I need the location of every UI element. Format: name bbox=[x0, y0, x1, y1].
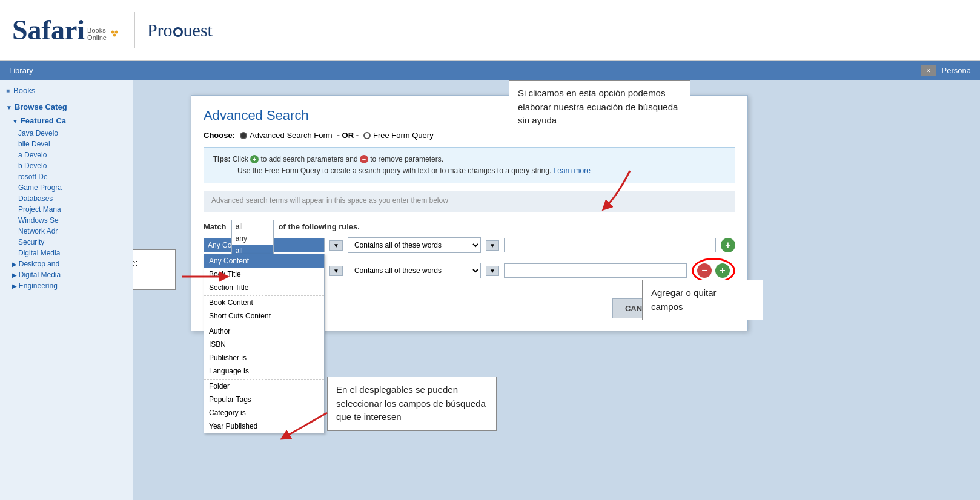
match-suffix: of the following rules. bbox=[279, 220, 360, 231]
main-layout: Books Browse Categ Featured Ca Java Deve… bbox=[0, 80, 980, 500]
header: Safari Books Online Prouest bbox=[0, 0, 980, 61]
tips-minus-icon: − bbox=[360, 155, 368, 163]
nav-library[interactable]: Library bbox=[9, 66, 33, 75]
sidebar-item-java[interactable]: Java Develo bbox=[18, 129, 127, 137]
content-area: Advanced Search Choose: Advanced Search … bbox=[133, 80, 980, 500]
add-row-button[interactable]: + bbox=[721, 238, 735, 252]
remove-row-button[interactable]: − bbox=[697, 263, 712, 278]
match-label: Match bbox=[204, 220, 227, 231]
annotation-arrow-top-right bbox=[594, 165, 642, 213]
sidebar-item-network[interactable]: Network Adr bbox=[18, 227, 127, 235]
annotation-bottom-left: En el desplegables se pueden seleccionar… bbox=[327, 377, 497, 431]
safari-dots-icon bbox=[110, 28, 122, 41]
field-arrow-btn-1[interactable]: ▼ bbox=[329, 240, 343, 251]
choose-label: Choose: bbox=[204, 131, 235, 140]
radio-unselected-icon bbox=[363, 132, 371, 139]
sidebar-item-digital2[interactable]: Digital Media bbox=[12, 271, 127, 279]
annotation-bottom-right: Agregar o quitar campos bbox=[642, 280, 763, 320]
annotation-arrow-top-left bbox=[176, 265, 236, 289]
condition-select-2[interactable]: Contains all of these words bbox=[348, 263, 481, 278]
personal-label: Persona bbox=[942, 66, 971, 75]
condition-select-1[interactable]: Contains all of these words bbox=[348, 237, 481, 253]
or-label: - OR - bbox=[337, 131, 359, 140]
svg-point-1 bbox=[114, 31, 118, 34]
sidebar-item-desktop[interactable]: Desktop and bbox=[12, 260, 127, 268]
condition-arrow-btn-2[interactable]: ▼ bbox=[486, 266, 499, 276]
search-terms-display: Advanced search terms will appear in thi… bbox=[204, 191, 735, 212]
sidebar-item-engineering[interactable]: Engineering bbox=[12, 281, 127, 290]
sidebar-item-game[interactable]: Game Progra bbox=[18, 183, 127, 192]
dropdown-item-folder[interactable]: Folder bbox=[204, 379, 324, 393]
sidebar-item-mobile[interactable]: bile Devel bbox=[18, 140, 127, 148]
dropdown-item-language[interactable]: Language Is bbox=[204, 364, 324, 378]
annotation-arrow-bottom-left bbox=[273, 407, 333, 443]
sidebar-featured-categories[interactable]: Featured Ca bbox=[12, 116, 127, 125]
proquest-logo: Prouest bbox=[147, 20, 213, 41]
dropdown-item-book-content[interactable]: Book Content bbox=[204, 295, 324, 309]
sidebar-item-project[interactable]: Project Mana bbox=[18, 205, 127, 214]
tips-label: Tips: bbox=[213, 155, 230, 163]
logo-divider bbox=[134, 12, 135, 48]
add-row-button-2[interactable]: + bbox=[715, 263, 730, 278]
dropdown-item-publisher[interactable]: Publisher is bbox=[204, 351, 324, 364]
svg-point-0 bbox=[111, 31, 114, 34]
tips-box: Tips: Click + to add search parameters a… bbox=[204, 147, 735, 183]
sidebar: Books Browse Categ Featured Ca Java Deve… bbox=[0, 80, 133, 500]
safari-logo: Safari Books Online bbox=[12, 14, 122, 46]
annotation-top-left: Equivalente: AND / OR bbox=[133, 249, 176, 290]
sidebar-item-b[interactable]: b Develo bbox=[18, 162, 127, 170]
dropdown-item-isbn[interactable]: ISBN bbox=[204, 338, 324, 351]
dropdown-item-author[interactable]: Author bbox=[204, 324, 324, 338]
sidebar-item-microsoft[interactable]: rosoft De bbox=[18, 173, 127, 181]
advanced-form-radio[interactable]: Advanced Search Form bbox=[240, 131, 333, 140]
field-arrow-btn-2[interactable]: ▼ bbox=[329, 266, 343, 276]
match-dropdown-container: all any all any all content bbox=[231, 220, 274, 231]
radio-selected-icon bbox=[240, 132, 247, 139]
search-input-1[interactable] bbox=[504, 238, 716, 252]
close-button[interactable]: × bbox=[921, 65, 936, 76]
dropdown-item-shortcuts[interactable]: Short Cuts Content bbox=[204, 309, 324, 323]
annotation-top-right: Si clicamos en esta opción podemos elabo… bbox=[509, 80, 690, 134]
search-input-2[interactable] bbox=[504, 263, 687, 278]
navbar: Library × Persona bbox=[0, 61, 980, 80]
sidebar-item-a[interactable]: a Develo bbox=[18, 151, 127, 159]
match-row: Match all any all any all content of the… bbox=[204, 220, 735, 231]
sidebar-item-windows[interactable]: Windows Se bbox=[18, 216, 127, 225]
dropdown-item-popular-tags[interactable]: Popular Tags bbox=[204, 393, 324, 406]
condition-arrow-btn-1[interactable]: ▼ bbox=[486, 240, 499, 251]
search-row-1: Any Content Any Content Book Title Secti… bbox=[204, 237, 735, 253]
sidebar-item-databases[interactable]: Databases bbox=[18, 194, 127, 203]
sidebar-item-security[interactable]: Security bbox=[18, 238, 127, 246]
sidebar-item-digital1[interactable]: Digital Media bbox=[18, 249, 127, 257]
sidebar-browse-categories[interactable]: Browse Categ bbox=[6, 102, 127, 111]
sidebar-item-books[interactable]: Books bbox=[6, 86, 127, 95]
match-option-all1[interactable]: all bbox=[232, 220, 273, 232]
svg-point-2 bbox=[113, 34, 116, 37]
free-form-radio[interactable]: Free Form Query bbox=[363, 131, 434, 140]
match-option-any[interactable]: any bbox=[232, 232, 273, 245]
learn-more-link[interactable]: Learn more bbox=[554, 166, 591, 175]
tips-plus-icon: + bbox=[250, 155, 259, 163]
